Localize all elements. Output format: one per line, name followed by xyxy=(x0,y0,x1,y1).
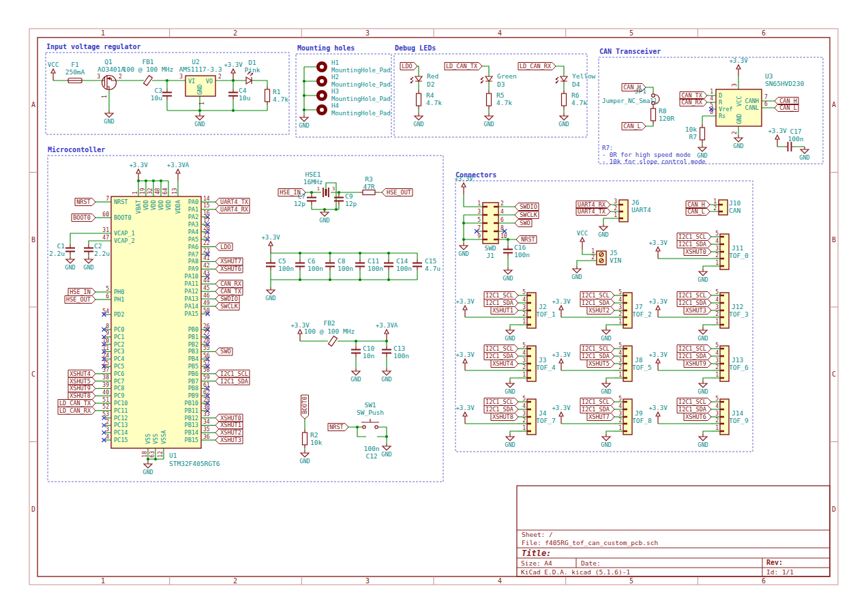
net-label-LDO[interactable]: LDO xyxy=(215,243,233,250)
resistor-10k[interactable]: 10kR7 xyxy=(685,124,705,143)
connector-J13[interactable]: 54321I2C1_SCLI2C1_SDAXSHUT9+3.3VGNDJ13TO… xyxy=(648,342,748,395)
net-label-XSHUT3[interactable]: XSHUT3 xyxy=(215,437,243,444)
connector-J11[interactable]: 54321I2C1_SCLI2C1_SDAXSHUT0+3.3VGNDJ11TO… xyxy=(648,231,748,283)
transistor-q1[interactable] xyxy=(102,75,117,90)
net-label-I2C1_SCL[interactable]: I2C1_SCL xyxy=(677,233,711,241)
fuse-f1[interactable] xyxy=(68,78,82,83)
connector-J3[interactable]: 54321I2C1_SCLI2C1_SDAXSHUT4+3.3VGNDJ3TOF… xyxy=(455,342,555,395)
resistor-R2[interactable]: R210k xyxy=(303,429,323,448)
net-label-CAN_RX[interactable]: CAN_RX xyxy=(215,280,243,288)
net-label-XSHUT1[interactable]: XSHUT1 xyxy=(215,422,243,429)
net-label-XSHUT8[interactable]: XSHUT8 xyxy=(491,413,518,421)
net-label-LDO[interactable]: LDO xyxy=(400,63,417,70)
mounting-hole-H4[interactable] xyxy=(318,106,326,114)
net-label-XSHUT2[interactable]: XSHUT2 xyxy=(215,429,243,437)
capacitor-C2[interactable]: C22.2u xyxy=(84,242,110,257)
net-label-UART4_TX[interactable]: UART4_TX xyxy=(576,208,610,216)
net-label-LD_CAN_RX[interactable]: LD_CAN_RX xyxy=(58,407,95,414)
mounting-hole-H2[interactable] xyxy=(318,78,326,85)
connector-j10[interactable] xyxy=(719,200,728,215)
net-label-SWCLK[interactable]: SWCLK xyxy=(515,211,539,219)
capacitor-C14[interactable]: C14100n xyxy=(384,257,412,272)
ferrite-bead-fb1[interactable] xyxy=(144,76,153,86)
net-label-NRST[interactable]: NRST xyxy=(516,236,537,244)
capacitor-C8[interactable]: C8100n xyxy=(325,257,353,272)
net-label-XSHUT7[interactable]: XSHUT7 xyxy=(587,413,614,421)
connector-J14[interactable]: 54321I2C1_SCLI2C1_SDAXSHUT6+3.3VGNDJ14TO… xyxy=(648,396,748,448)
net-label-BOOT0[interactable]: BOOT0 xyxy=(72,214,95,222)
switch-sw1[interactable] xyxy=(361,419,379,428)
net-label-I2C1_SDA[interactable]: I2C1_SDA xyxy=(677,241,711,248)
net-label-XSHUT7[interactable]: XSHUT7 xyxy=(215,258,243,265)
net-label-SWCLK[interactable]: SWCLK xyxy=(215,303,239,310)
net-label-XSHUT6[interactable]: XSHUT6 xyxy=(215,265,243,273)
connector-J8[interactable]: 54321I2C1_SCLI2C1_SDAXSHUT5+3.3VGNDJ8TOF… xyxy=(552,342,651,395)
net-label-LD_CAN_TX[interactable]: LD_CAN_TX xyxy=(445,63,482,70)
capacitor-C1[interactable]: C12.2u xyxy=(49,242,75,257)
net-label-I2C1_SDA[interactable]: I2C1_SDA xyxy=(215,377,250,385)
net-label-I2C1_SDA[interactable]: I2C1_SDA xyxy=(580,353,614,360)
resistor-R1[interactable]: R14.7k xyxy=(265,86,289,105)
net-label-CAN_L[interactable]: CAN_L xyxy=(686,208,710,216)
net-label-I2C1_SCL[interactable]: I2C1_SCL xyxy=(215,370,250,377)
resistor-R8[interactable]: R8120R xyxy=(651,105,675,124)
net-label-CAN_TX[interactable]: CAN_TX xyxy=(215,288,243,295)
net-label-SWO[interactable]: SWO xyxy=(515,220,532,227)
net-label-XSHUT0[interactable]: XSHUT0 xyxy=(215,414,243,422)
net-label-XSHUT5[interactable]: XSHUT5 xyxy=(68,377,95,385)
net-label-XSHUT6[interactable]: XSHUT6 xyxy=(684,413,711,421)
led-symbol[interactable] xyxy=(410,76,422,83)
capacitor-C10[interactable]: C1010n xyxy=(351,345,374,360)
net-label-I2C1_SCL[interactable]: I2C1_SCL xyxy=(677,292,711,299)
net-label-NRST[interactable]: NRST xyxy=(75,199,95,206)
capacitor-C4[interactable]: C410u xyxy=(228,87,250,102)
net-label-I2C1_SDA[interactable]: I2C1_SDA xyxy=(677,353,711,360)
resistor-R4[interactable]: R44.7k xyxy=(417,90,443,109)
capacitor-C9[interactable]: C912p xyxy=(334,192,357,207)
connector-J7[interactable]: 54321I2C1_SCLI2C1_SDAXSHUT2+3.3VGNDJ7TOF… xyxy=(552,289,651,342)
net-label-I2C1_SCL[interactable]: I2C1_SCL xyxy=(484,398,518,406)
capacitor-C11[interactable]: C11100n xyxy=(355,257,383,272)
capacitor-C5[interactable]: C5100n xyxy=(266,257,294,272)
net-label-UART4_RX[interactable]: UART4_RX xyxy=(215,205,250,213)
net-label-XSHUT5[interactable]: XSHUT5 xyxy=(587,360,614,368)
mounting-hole-H3[interactable] xyxy=(318,92,326,100)
connector-J4[interactable]: 54321I2C1_SCLI2C1_SDAXSHUT8+3.3VGNDJ4TOF… xyxy=(455,396,555,448)
ferrite-bead-fb2[interactable] xyxy=(329,336,338,347)
net-label-XSHUT8[interactable]: XSHUT8 xyxy=(68,392,95,400)
net-label-I2C1_SCL[interactable]: I2C1_SCL xyxy=(580,345,614,353)
net-label-CAN_H[interactable]: CAN_H xyxy=(775,98,798,105)
net-label-CAN_RX[interactable]: CAN_RX xyxy=(680,99,707,106)
net-label-I2C1_SDA[interactable]: I2C1_SDA xyxy=(580,406,614,413)
crystal-hse1[interactable] xyxy=(323,188,329,197)
net-label-I2C1_SDA[interactable]: I2C1_SDA xyxy=(580,299,614,307)
net-label-SWO[interactable]: SWO xyxy=(215,348,233,355)
led-symbol[interactable] xyxy=(481,76,492,83)
net-label-UART4_TX[interactable]: UART4_TX xyxy=(215,199,250,206)
net-label-XSHUT1[interactable]: XSHUT1 xyxy=(491,307,518,315)
capacitor-C16[interactable]: C16100n xyxy=(503,244,530,259)
net-label-I2C1_SCL[interactable]: I2C1_SCL xyxy=(677,398,711,406)
net-label-HSE_OUT[interactable]: HSE_OUT xyxy=(65,296,95,304)
net-label-XSHUT3[interactable]: XSHUT3 xyxy=(684,307,711,315)
net-label-SWDIO[interactable]: SWDIO xyxy=(215,295,239,303)
net-label-CAN_L[interactable]: CAN_L xyxy=(622,123,646,130)
net-label-UART4_RX[interactable]: UART4_RX xyxy=(576,201,610,209)
net-label-I2C1_SCL[interactable]: I2C1_SCL xyxy=(580,398,614,406)
net-label-I2C1_SCL[interactable]: I2C1_SCL xyxy=(580,292,614,299)
led-symbol[interactable] xyxy=(556,76,567,83)
net-label-CAN_L[interactable]: CAN_L xyxy=(775,104,798,112)
resistor-R5[interactable]: R54.7k xyxy=(487,90,513,109)
mounting-hole-H1[interactable] xyxy=(318,63,326,71)
net-label-XSHUT4[interactable]: XSHUT4 xyxy=(491,360,518,368)
connector-J9[interactable]: 54321I2C1_SCLI2C1_SDAXSHUT7+3.3VGNDJ9TOF… xyxy=(552,396,651,448)
net-label-XSHUT0[interactable]: XSHUT0 xyxy=(684,248,711,256)
net-label-XSHUT9[interactable]: XSHUT9 xyxy=(684,360,711,368)
net-label-I2C1_SDA[interactable]: I2C1_SDA xyxy=(677,299,711,307)
net-label-CAN_TX[interactable]: CAN_TX xyxy=(680,92,707,100)
net-label-I2C1_SDA[interactable]: I2C1_SDA xyxy=(484,299,518,307)
capacitor-C15[interactable]: C154.7u xyxy=(413,257,440,272)
capacitor-C13[interactable]: C13100n xyxy=(382,345,409,360)
capacitor-C6[interactable]: C6100n xyxy=(295,257,323,272)
net-label-XSHUT2[interactable]: XSHUT2 xyxy=(587,307,614,315)
